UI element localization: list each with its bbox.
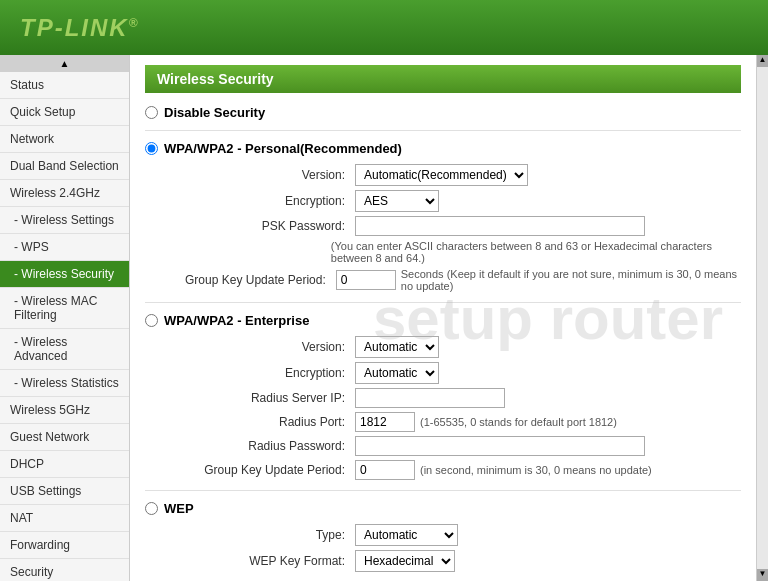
sidebar-item---wireless-mac-filtering[interactable]: - Wireless MAC Filtering	[0, 288, 129, 329]
wpa-enterprise-groupkey-row: Group Key Update Period: (in second, min…	[175, 460, 741, 480]
wpa-enterprise-encryption-row: Encryption: Automatic AES TKIP	[175, 362, 741, 384]
wpa-enterprise-radius-pass-input[interactable]	[355, 436, 645, 456]
wpa-personal-groupkey-hint: Seconds (Keep it default if you are not …	[401, 268, 741, 292]
wpa-enterprise-radius-port-row: Radius Port: (1-65535, 0 stands for defa…	[175, 412, 741, 432]
wpa-personal-version-row: Version: Automatic(Recommended) WPA WPA2	[175, 164, 741, 186]
disable-security-label: Disable Security	[164, 105, 265, 120]
wep-format-label: WEP Key Format:	[175, 554, 355, 568]
wpa-enterprise-form: Version: Automatic WPA WPA2 Encryption: …	[175, 336, 741, 480]
wpa-enterprise-groupkey-label: Group Key Update Period:	[175, 463, 355, 477]
sidebar-scroll-up[interactable]: ▲	[0, 55, 129, 72]
wpa-personal-form: Version: Automatic(Recommended) WPA WPA2…	[175, 164, 741, 292]
wpa-enterprise-radius-port-input[interactable]	[355, 412, 415, 432]
scroll-up-arrow[interactable]: ▲	[757, 55, 769, 67]
wpa-enterprise-encryption-select[interactable]: Automatic AES TKIP	[355, 362, 439, 384]
wep-type-row: Type: Automatic Open System Shared Key	[175, 524, 741, 546]
wep-type-control: Automatic Open System Shared Key	[355, 524, 458, 546]
wpa-enterprise-groupkey-control: (in second, minimum is 30, 0 means no up…	[355, 460, 652, 480]
wpa-enterprise-encryption-control: Automatic AES TKIP	[355, 362, 439, 384]
sidebar-item-forwarding[interactable]: Forwarding	[0, 532, 129, 559]
wpa-enterprise-radius-pass-control	[355, 436, 645, 456]
sidebar: ▲ StatusQuick SetupNetworkDual Band Sele…	[0, 55, 130, 581]
wpa-personal-version-label: Version:	[175, 168, 355, 182]
wpa-personal-groupkey-label: Group Key Update Period:	[175, 273, 336, 287]
sidebar-item-dual-band-selection[interactable]: Dual Band Selection	[0, 153, 129, 180]
disable-security-radio[interactable]	[145, 106, 158, 119]
wpa-personal-groupkey-control: Seconds (Keep it default if you are not …	[336, 268, 741, 292]
sidebar-item---wireless-statistics[interactable]: - Wireless Statistics	[0, 370, 129, 397]
right-scrollbar: ▲ ▼	[756, 55, 768, 581]
wpa-personal-groupkey-input[interactable]	[336, 270, 396, 290]
wpa-personal-encryption-control: AES TKIP Automatic	[355, 190, 439, 212]
sidebar-item-guest-network[interactable]: Guest Network	[0, 424, 129, 451]
sidebar-item-wireless-2-4ghz[interactable]: Wireless 2.4GHz	[0, 180, 129, 207]
wpa-enterprise-radius-pass-row: Radius Password:	[175, 436, 741, 456]
wpa-enterprise-groupkey-hint: (in second, minimum is 30, 0 means no up…	[420, 464, 652, 476]
wpa-enterprise-version-select[interactable]: Automatic WPA WPA2	[355, 336, 439, 358]
wep-type-label: Type:	[175, 528, 355, 542]
wpa-personal-psk-hint: (You can enter ASCII characters between …	[331, 240, 741, 264]
sidebar-item---wireless-advanced[interactable]: - Wireless Advanced	[0, 329, 129, 370]
logo: TP-LINK®	[20, 14, 140, 42]
wep-form: Type: Automatic Open System Shared Key W…	[175, 524, 741, 572]
wep-radio[interactable]	[145, 502, 158, 515]
wpa-enterprise-radius-ip-control	[355, 388, 505, 408]
sidebar-item-nat[interactable]: NAT	[0, 505, 129, 532]
section-title: Wireless Security	[145, 65, 741, 93]
wpa-personal-psk-label: PSK Password:	[175, 219, 355, 233]
wpa-personal-encryption-row: Encryption: AES TKIP Automatic	[175, 190, 741, 212]
wpa-personal-version-control: Automatic(Recommended) WPA WPA2	[355, 164, 528, 186]
wpa-enterprise-radius-ip-row: Radius Server IP:	[175, 388, 741, 408]
wpa-enterprise-radius-ip-input[interactable]	[355, 388, 505, 408]
sidebar-item---wireless-security[interactable]: - Wireless Security	[0, 261, 129, 288]
disable-security-row: Disable Security	[145, 105, 741, 120]
wpa-enterprise-radius-ip-label: Radius Server IP:	[175, 391, 355, 405]
wpa-personal-psk-hint-row: (You can enter ASCII characters between …	[175, 240, 741, 264]
sidebar-item---wps[interactable]: - WPS	[0, 234, 129, 261]
wpa-personal-version-select[interactable]: Automatic(Recommended) WPA WPA2	[355, 164, 528, 186]
scroll-down-arrow[interactable]: ▼	[757, 569, 769, 581]
wpa-personal-encryption-label: Encryption:	[175, 194, 355, 208]
logo-text: TP-LINK	[20, 14, 129, 41]
wpa-personal-groupkey-row: Group Key Update Period: Seconds (Keep i…	[175, 268, 741, 292]
wep-format-row: WEP Key Format: Hexadecimal ASCII	[175, 550, 741, 572]
wpa-enterprise-radio[interactable]	[145, 314, 158, 327]
wpa-enterprise-radius-port-hint: (1-65535, 0 stands for default port 1812…	[420, 416, 617, 428]
sidebar-item-usb-settings[interactable]: USB Settings	[0, 478, 129, 505]
wpa-personal-encryption-select[interactable]: AES TKIP Automatic	[355, 190, 439, 212]
wpa-enterprise-version-row: Version: Automatic WPA WPA2	[175, 336, 741, 358]
wpa-personal-label: WPA/WPA2 - Personal(Recommended)	[164, 141, 402, 156]
wep-format-control: Hexadecimal ASCII	[355, 550, 455, 572]
wpa-personal-psk-input[interactable]	[355, 216, 645, 236]
wpa-enterprise-radius-port-control: (1-65535, 0 stands for default port 1812…	[355, 412, 617, 432]
content-area: Wireless Security Disable Security WPA/W…	[130, 55, 756, 581]
wpa-enterprise-version-control: Automatic WPA WPA2	[355, 336, 439, 358]
wep-row: WEP	[145, 501, 741, 516]
sidebar-item-network[interactable]: Network	[0, 126, 129, 153]
wep-label: WEP	[164, 501, 194, 516]
wpa-enterprise-radius-pass-label: Radius Password:	[175, 439, 355, 453]
wpa-enterprise-row: WPA/WPA2 - Enterprise	[145, 313, 741, 328]
wep-format-select[interactable]: Hexadecimal ASCII	[355, 550, 455, 572]
wpa-enterprise-groupkey-input[interactable]	[355, 460, 415, 480]
sidebar-item-wireless-5ghz[interactable]: Wireless 5GHz	[0, 397, 129, 424]
sidebar-item-quick-setup[interactable]: Quick Setup	[0, 99, 129, 126]
logo-trademark: ®	[129, 16, 140, 30]
sidebar-item-security[interactable]: Security	[0, 559, 129, 581]
sidebar-item---wireless-settings[interactable]: - Wireless Settings	[0, 207, 129, 234]
wpa-personal-psk-row: PSK Password:	[175, 216, 741, 236]
wep-type-select[interactable]: Automatic Open System Shared Key	[355, 524, 458, 546]
sidebar-item-status[interactable]: Status	[0, 72, 129, 99]
content-inner: Wireless Security Disable Security WPA/W…	[130, 55, 756, 581]
header: TP-LINK®	[0, 0, 768, 55]
wpa-personal-radio[interactable]	[145, 142, 158, 155]
wpa-personal-psk-control	[355, 216, 645, 236]
wpa-personal-row: WPA/WPA2 - Personal(Recommended)	[145, 141, 741, 156]
wpa-enterprise-version-label: Version:	[175, 340, 355, 354]
wpa-enterprise-radius-port-label: Radius Port:	[175, 415, 355, 429]
wpa-enterprise-encryption-label: Encryption:	[175, 366, 355, 380]
wpa-enterprise-label: WPA/WPA2 - Enterprise	[164, 313, 309, 328]
sidebar-item-dhcp[interactable]: DHCP	[0, 451, 129, 478]
